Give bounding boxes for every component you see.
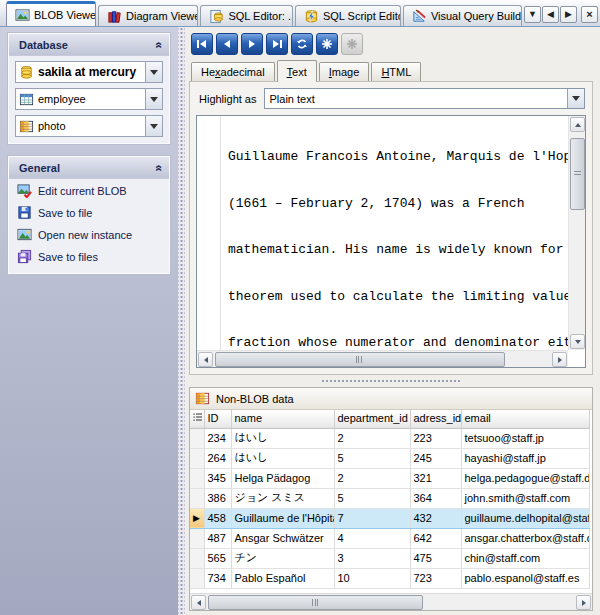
cell-department-id[interactable]: 4 <box>334 528 410 548</box>
database-selector[interactable]: sakila at mercury <box>15 61 163 83</box>
save-to-files-link[interactable]: Save to files <box>9 245 169 267</box>
tab-visual-query-builder[interactable]: Visual Query Builder <box>403 5 522 26</box>
row-indicator[interactable] <box>190 548 204 568</box>
tab-hexadecimal[interactable]: Hexadecimal <box>191 62 275 81</box>
horizontal-scroll-thumb[interactable] <box>208 595 423 610</box>
column-header-adress-id[interactable]: adress_id <box>410 410 461 428</box>
table-row[interactable]: 264 はいし 5 245 hayashi@staff.jp <box>190 448 589 468</box>
text-vertical-scrollbar[interactable] <box>568 116 585 350</box>
row-indicator[interactable] <box>190 528 204 548</box>
scroll-up-button[interactable] <box>570 117 585 132</box>
cell-department-id[interactable]: 5 <box>334 488 410 508</box>
tab-diagram-viewer[interactable]: Diagram Viewer <box>98 5 198 26</box>
cell-department-id[interactable]: 2 <box>334 468 410 488</box>
cell-adress-id[interactable]: 432 <box>410 508 461 528</box>
column-header-id[interactable]: ID <box>204 410 231 428</box>
collapse-chevron-icon[interactable]: « <box>153 164 167 171</box>
cell-adress-id[interactable]: 642 <box>410 528 461 548</box>
tab-list-dropdown-button[interactable]: ▼ <box>524 6 541 23</box>
cell-department-id[interactable]: 10 <box>334 568 410 588</box>
highlight-as-combobox[interactable]: Plain text <box>264 88 585 109</box>
table-row[interactable]: 386 ジョン スミス 5 364 john.smith@staff.com <box>190 488 589 508</box>
tab-blob-viewer[interactable]: BLOB Viewer <box>6 1 96 26</box>
cell-id[interactable]: 234 <box>204 428 231 448</box>
prior-record-button[interactable] <box>216 33 238 55</box>
row-indicator[interactable] <box>190 488 204 508</box>
cell-adress-id[interactable]: 475 <box>410 548 461 568</box>
table-row-selected[interactable]: ▶ 458 Guillaume de l'Hôpital 7 432 guill… <box>190 508 589 528</box>
column-header-department-id[interactable]: department_id <box>334 410 410 428</box>
cell-id[interactable]: 345 <box>204 468 231 488</box>
open-new-instance-link[interactable]: Open new instance <box>9 223 169 245</box>
cell-id[interactable]: 386 <box>204 488 231 508</box>
cell-name[interactable]: はいし <box>231 428 334 448</box>
table-row[interactable]: 234 はいし 2 223 tetsuoo@staff.jp <box>190 428 589 448</box>
row-indicator[interactable] <box>190 568 204 588</box>
cell-name[interactable]: ジョン スミス <box>231 488 334 508</box>
cell-adress-id[interactable]: 223 <box>410 428 461 448</box>
grid-horizontal-scrollbar[interactable] <box>190 593 592 610</box>
cell-adress-id[interactable]: 245 <box>410 448 461 468</box>
tab-text[interactable]: Text <box>277 60 317 82</box>
tab-scroll-left-button[interactable]: ◀ <box>542 6 559 23</box>
cell-name[interactable]: Helga Pädagog <box>231 468 334 488</box>
tab-scroll-right-button[interactable]: ▶ <box>560 6 577 23</box>
general-panel-header[interactable]: General « <box>9 157 169 179</box>
cell-adress-id[interactable]: 364 <box>410 488 461 508</box>
cell-adress-id[interactable]: 321 <box>410 468 461 488</box>
table-row[interactable]: 565 チン 3 475 chin@staff.com <box>190 548 589 568</box>
vertical-scroll-thumb[interactable] <box>570 138 585 210</box>
table-row[interactable]: 734 Pablo Español 10 723 pablo.espanol@s… <box>190 568 589 588</box>
refresh-button[interactable] <box>291 33 313 55</box>
field-selector[interactable]: photo <box>15 115 163 137</box>
cell-email[interactable]: ansgar.chatterbox@staff.de <box>461 528 589 548</box>
last-record-button[interactable] <box>266 33 288 55</box>
cell-email[interactable]: pablo.espanol@staff.es <box>461 568 589 588</box>
table-row[interactable]: 345 Helga Pädagog 2 321 helga.pedagogue@… <box>190 468 589 488</box>
cell-id[interactable]: 264 <box>204 448 231 468</box>
dropdown-arrow-icon[interactable] <box>145 116 162 136</box>
text-horizontal-scrollbar[interactable] <box>197 350 568 367</box>
cell-id[interactable]: 487 <box>204 528 231 548</box>
dropdown-arrow-icon[interactable] <box>145 89 162 109</box>
cell-email[interactable]: john.smith@staff.com <box>461 488 589 508</box>
cell-name[interactable]: Pablo Español <box>231 568 334 588</box>
column-header-name[interactable]: name <box>231 410 334 428</box>
row-indicator[interactable] <box>190 468 204 488</box>
dropdown-arrow-icon[interactable] <box>145 62 162 82</box>
table-row[interactable]: 487 Ansgar Schwätzer 4 642 ansgar.chatte… <box>190 528 589 548</box>
cell-email[interactable]: chin@staff.com <box>461 548 589 568</box>
cell-department-id[interactable]: 5 <box>334 448 410 468</box>
cell-name[interactable]: Guillaume de l'Hôpital <box>231 508 334 528</box>
cell-email[interactable]: guillaume.delhopital@staff.es <box>461 508 589 528</box>
collapse-chevron-icon[interactable]: « <box>153 41 167 48</box>
scroll-down-button[interactable] <box>570 334 585 349</box>
row-indicator[interactable] <box>190 448 204 468</box>
vertical-splitter[interactable] <box>178 27 185 615</box>
first-record-button[interactable] <box>191 33 213 55</box>
horizontal-scroll-thumb[interactable] <box>215 352 505 367</box>
grid-corner-cell[interactable] <box>190 410 204 428</box>
database-panel-header[interactable]: Database « <box>9 34 169 56</box>
cell-name[interactable]: Ansgar Schwätzer <box>231 528 334 548</box>
row-indicator[interactable] <box>190 428 204 448</box>
cell-adress-id[interactable]: 723 <box>410 568 461 588</box>
scroll-left-button[interactable] <box>198 352 213 367</box>
column-header-email[interactable]: email <box>461 410 589 428</box>
cell-department-id[interactable]: 3 <box>334 548 410 568</box>
save-to-file-link[interactable]: Save to file <box>9 201 169 223</box>
dropdown-arrow-icon[interactable] <box>567 89 584 108</box>
row-indicator-current[interactable]: ▶ <box>190 508 204 528</box>
next-record-button[interactable] <box>241 33 263 55</box>
tab-sql-editor[interactable]: SQL Editor: ... <box>200 5 292 26</box>
cell-email[interactable]: hayashi@staff.jp <box>461 448 589 468</box>
edit-current-blob-link[interactable]: Edit current BLOB <box>9 179 169 201</box>
scroll-right-button[interactable] <box>576 595 591 610</box>
cell-id[interactable]: 458 <box>204 508 231 528</box>
blob-text-viewer[interactable]: Guillaume Francois Antoine, Marquis de l… <box>196 115 586 368</box>
table-selector[interactable]: employee <box>15 88 163 110</box>
scroll-right-button[interactable] <box>552 352 567 367</box>
tab-image[interactable]: Image <box>319 62 370 81</box>
cell-id[interactable]: 565 <box>204 548 231 568</box>
cell-email[interactable]: helga.pedagogue@staff.de <box>461 468 589 488</box>
